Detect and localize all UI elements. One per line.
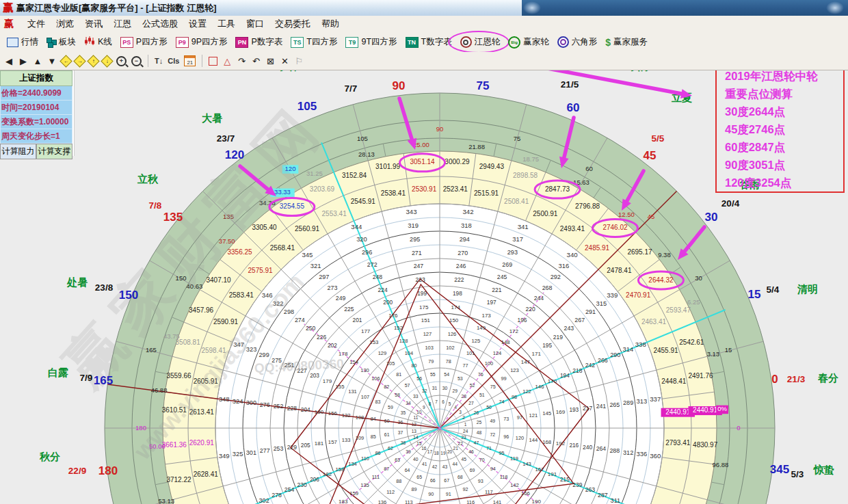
panel-param-row: 价格=2440.9099 bbox=[0, 86, 72, 101]
shift-left-icon[interactable]: ← bbox=[59, 55, 72, 67]
pn-badge-icon: PN bbox=[235, 37, 248, 48]
toolbar-label: 行情 bbox=[21, 36, 38, 48]
toolbar-label: P四方形 bbox=[136, 36, 168, 48]
panel-param-row: 变换系数=1.00000 bbox=[0, 115, 72, 129]
rotate-cw-icon[interactable]: ↷ bbox=[237, 56, 246, 66]
zoom-out-icon[interactable]: − bbox=[131, 56, 142, 66]
instrument-title: 上证指数 bbox=[0, 70, 72, 86]
rotate-ccw-icon[interactable]: ↶ bbox=[251, 56, 261, 66]
toolbar-label: 赢家服务 bbox=[613, 36, 648, 48]
menu-item-文件[interactable]: 文件 bbox=[22, 16, 51, 31]
calc-support-button[interactable]: 计算支撑 bbox=[36, 144, 72, 159]
annotation-line: 30度2644点 bbox=[725, 103, 843, 120]
menu-item-江恩[interactable]: 江恩 bbox=[108, 16, 137, 31]
gann-wheel-icon bbox=[460, 36, 472, 48]
toolbar-button-赢家轮[interactable]: Big赢家轮 bbox=[504, 35, 553, 50]
flag-icon[interactable]: ⚐ bbox=[294, 56, 304, 66]
prev-icon[interactable]: ◀ bbox=[4, 56, 14, 66]
toolbar-label: T四方形 bbox=[306, 36, 337, 48]
titlebar-blob bbox=[826, 1, 844, 14]
hexagon-icon bbox=[557, 36, 569, 48]
menu-item-窗口[interactable]: 窗口 bbox=[241, 16, 269, 31]
boxed-x-icon[interactable]: ⊠ bbox=[265, 56, 275, 66]
title-bar: 赢 赢家江恩专业版[赢家服务平台] - [上证指数 江恩轮] bbox=[0, 0, 848, 16]
ps-badge-icon: PS bbox=[120, 37, 133, 48]
main-toolbar: 行情板块K线PSP四方形P99P四方形PNP数字表TST四方形T99T四方形TN… bbox=[0, 32, 848, 53]
menu-item-交易委托[interactable]: 交易委托 bbox=[269, 16, 316, 31]
zoom-in-icon[interactable]: + bbox=[116, 56, 127, 66]
panel-param-row: 时间=20190104 bbox=[0, 101, 72, 115]
toolbar-separator bbox=[202, 55, 202, 67]
tn-badge-icon: TN bbox=[406, 37, 419, 48]
axis-icon[interactable]: T↓ bbox=[155, 57, 163, 65]
quote-grid-icon bbox=[7, 38, 18, 47]
annotation-line: 60度2847点 bbox=[725, 138, 843, 156]
toolbar-label: 赢家轮 bbox=[523, 36, 549, 48]
annotation-line: 45度2746点 bbox=[725, 120, 843, 138]
draw-square-icon[interactable] bbox=[209, 57, 217, 66]
annotation-line: 90度3051点 bbox=[725, 156, 843, 174]
calendar-icon[interactable]: 21 bbox=[184, 55, 196, 66]
annotation-line: 120度3254点 bbox=[725, 174, 843, 191]
titlebar-right-strip bbox=[522, 0, 848, 16]
toolbar-label: 六角形 bbox=[572, 36, 598, 48]
shift-up-icon[interactable]: ↑ bbox=[87, 55, 99, 67]
nav-toolbar: ◀▶▲▼←→↑↓+−T↓Cls21△↷↶⊠✕⚐ bbox=[0, 52, 848, 70]
toolbar-button-板块[interactable]: 板块 bbox=[42, 35, 80, 49]
toolbar-button-9T四方形[interactable]: T99T四方形 bbox=[341, 35, 401, 49]
annotation-box: 2019年江恩轮中轮重要点位测算30度2644点45度2746点60度2847点… bbox=[715, 60, 845, 193]
menu-item-资讯[interactable]: 资讯 bbox=[79, 16, 108, 31]
menu-logo: 赢 bbox=[4, 18, 14, 30]
toolbar-label: K线 bbox=[98, 36, 112, 48]
kline-icon bbox=[84, 36, 95, 48]
up-step-icon[interactable]: ▲ bbox=[33, 56, 42, 66]
toolbar-button-T四方形[interactable]: TST四方形 bbox=[287, 35, 341, 49]
t9-badge-icon: T9 bbox=[345, 37, 358, 48]
menu-bar: 赢 文件浏览资讯江恩公式选股设置工具窗口交易委托帮助 bbox=[0, 16, 848, 33]
toolbar-label: 板块 bbox=[59, 36, 76, 48]
toolbar-button-T数字表[interactable]: TNT数字表 bbox=[401, 35, 456, 49]
next-icon[interactable]: ▶ bbox=[18, 56, 28, 66]
service-dollar-icon: $ bbox=[605, 37, 611, 48]
menu-item-工具[interactable]: 工具 bbox=[212, 16, 241, 31]
sector-blocks-icon bbox=[47, 38, 56, 47]
shift-right-icon[interactable]: → bbox=[73, 55, 85, 67]
menu-items: 文件浏览资讯江恩公式选股设置工具窗口交易委托帮助 bbox=[22, 16, 345, 31]
menu-item-帮助[interactable]: 帮助 bbox=[316, 16, 345, 31]
toolbar-button-P数字表[interactable]: PNP数字表 bbox=[231, 35, 287, 49]
toolbar-button-赢家服务[interactable]: $赢家服务 bbox=[601, 35, 652, 49]
annotation-line: 重要点位测算 bbox=[725, 85, 843, 103]
cls-button[interactable]: Cls bbox=[168, 57, 179, 65]
toolbar-label: P数字表 bbox=[251, 36, 282, 48]
toolbar-button-江恩轮[interactable]: 江恩轮 bbox=[456, 35, 505, 49]
toolbar-label: 江恩轮 bbox=[475, 36, 501, 48]
menu-item-浏览[interactable]: 浏览 bbox=[51, 16, 79, 31]
ts-badge-icon: TS bbox=[291, 37, 304, 48]
app-logo: 赢 bbox=[3, 1, 13, 14]
toolbar-separator bbox=[148, 55, 148, 67]
toolbar-button-K线[interactable]: K线 bbox=[80, 35, 116, 49]
panel-param-row: 周天变化步长=1 bbox=[0, 129, 72, 144]
toolbar-button-P四方形[interactable]: PSP四方形 bbox=[116, 35, 172, 49]
menu-item-公式选股[interactable]: 公式选股 bbox=[137, 16, 183, 31]
collapse-icon[interactable]: ✕ bbox=[280, 56, 289, 66]
winner-wheel-icon: Big bbox=[508, 36, 520, 49]
p9-badge-icon: P9 bbox=[176, 37, 189, 48]
window-title: 赢家江恩专业版[赢家服务平台] - [上证指数 江恩轮] bbox=[16, 2, 216, 14]
toolbar-button-六角形[interactable]: 六角形 bbox=[553, 35, 602, 49]
down-step-icon[interactable]: ▼ bbox=[47, 56, 57, 66]
instrument-panel: 上证指数 价格=2440.9099时间=20190104变换系数=1.00000… bbox=[0, 70, 72, 159]
toolbar-label: 9T四方形 bbox=[361, 36, 397, 48]
menu-item-设置[interactable]: 设置 bbox=[183, 16, 212, 31]
toolbar-button-行情[interactable]: 行情 bbox=[3, 35, 42, 49]
toolbar-label: T数字表 bbox=[421, 36, 452, 48]
toolbar-label: 9P四方形 bbox=[191, 36, 228, 48]
shift-down-icon[interactable]: ↓ bbox=[101, 55, 113, 67]
titlebar-blob bbox=[523, 1, 541, 14]
draw-triangle-icon[interactable]: △ bbox=[222, 56, 232, 66]
toolbar-button-9P四方形[interactable]: P99P四方形 bbox=[172, 35, 232, 49]
calc-resistance-button[interactable]: 计算阻力 bbox=[0, 144, 36, 159]
